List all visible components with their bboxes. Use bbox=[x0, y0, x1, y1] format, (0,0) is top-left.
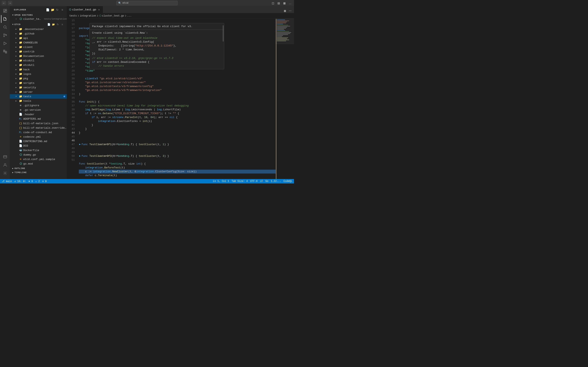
tree-etcdutl[interactable]: ▶ 📁 etcdutl bbox=[10, 63, 67, 67]
tree-etcd-conf[interactable]: ≡ etcd.conf.yml.sample bbox=[10, 157, 67, 161]
activity-files[interactable] bbox=[1, 15, 9, 23]
code-line-31: "go.etcd.io/etcd/tests/v3/framework/inte… bbox=[79, 88, 276, 92]
open-editors-section[interactable]: ▼ OPEN EDITORS bbox=[10, 13, 67, 17]
run-arrow-44[interactable]: ▶ bbox=[79, 142, 81, 146]
refresh-btn2[interactable]: ↻ bbox=[56, 22, 60, 26]
more-actions[interactable]: ⋯ bbox=[288, 8, 292, 13]
tree-logos[interactable]: ▶ 📁 logos bbox=[10, 72, 67, 76]
breadcrumb-file[interactable]: cluster_test.go bbox=[102, 15, 124, 17]
svg-point-7 bbox=[4, 36, 5, 37]
etcd-section[interactable]: ▼ ETCD 📄 📁 ↻ ≡ bbox=[10, 21, 67, 27]
tree-changelog[interactable]: ▶ 📁 CHANGELOG bbox=[10, 40, 67, 45]
more-button[interactable]: … bbox=[288, 1, 292, 5]
tree-api[interactable]: ▶ 📁 api bbox=[10, 36, 67, 40]
code-line-30: "go.etcd.io/etcd/tests/v3/framework/conf… bbox=[79, 84, 276, 88]
status-no-config[interactable]: ⊙ 0 bbox=[42, 180, 47, 183]
run-test-label-44[interactable]: run test | debug test bbox=[79, 139, 276, 142]
activity-explorer[interactable] bbox=[1, 7, 9, 15]
tree-tests[interactable]: ▼ 📁 tests bbox=[10, 94, 67, 99]
tree-github[interactable]: ▶ 📁 .github bbox=[10, 31, 67, 36]
folder-blue-icon: 📁 bbox=[19, 99, 22, 103]
forward-button[interactable]: → bbox=[8, 1, 12, 5]
tree-tools[interactable]: ▶ 📁 tools bbox=[10, 99, 67, 103]
status-codeql[interactable]: CodeQL bbox=[284, 180, 292, 183]
activity-extensions[interactable] bbox=[1, 48, 9, 55]
tree-scripts[interactable]: ▶ 📁 scripts bbox=[10, 81, 67, 85]
activity-remote[interactable] bbox=[1, 153, 9, 161]
go-icon: ⬡ bbox=[19, 153, 22, 157]
split-editor-button[interactable]: ▦ bbox=[282, 1, 287, 5]
split-editor-right[interactable]: ▦ bbox=[283, 8, 287, 13]
status-tab-size[interactable]: Tab Size: 4 bbox=[232, 180, 248, 183]
tree-go-version[interactable]: ■ .go-version bbox=[10, 108, 67, 112]
status-branch[interactable]: ⎇ main bbox=[2, 180, 12, 183]
tree-dockerfile[interactable]: 🐳 Dockerfile bbox=[10, 148, 67, 152]
tree-devcontainer[interactable]: ▶ 📁 .devcontainer bbox=[10, 27, 67, 31]
status-encoding[interactable]: UTF-8 bbox=[250, 180, 258, 183]
panel-toggle-button[interactable]: ◫ bbox=[271, 1, 275, 5]
tree-documentation[interactable]: ▶ 📁 Documentation bbox=[10, 54, 67, 58]
code-line-44: ▶ func TestClusterOf1(t *testing.T) { te… bbox=[79, 142, 276, 146]
tree-adopters[interactable]: M↓ ADOPTERS.md bbox=[10, 117, 67, 121]
status-position[interactable]: Ln 1, Col 1 bbox=[213, 180, 229, 183]
etcd-chevron: ▼ bbox=[12, 24, 14, 26]
tab-cluster-test[interactable]: ⬡ cluster_test.go ✕ bbox=[67, 6, 103, 13]
tree-security[interactable]: ▶ 📁 security bbox=[10, 85, 67, 90]
tree-codecov[interactable]: ≡ codecov.yml bbox=[10, 134, 67, 139]
tab-close-button[interactable]: ✕ bbox=[97, 8, 101, 11]
tree-coc[interactable]: M↓ code-of-conduct.md bbox=[10, 130, 67, 134]
tree-dummy-go[interactable]: ⬡ dummy.go bbox=[10, 152, 67, 157]
activity-run[interactable] bbox=[1, 40, 9, 47]
editor-layout-button[interactable]: ▤ bbox=[277, 1, 281, 5]
breadcrumb-more[interactable]: ... bbox=[127, 15, 132, 17]
open-editor-cluster-test[interactable]: ✕ ⬡ cluster_test.go tests/integration bbox=[10, 17, 67, 21]
new-folder-btn2[interactable]: 📁 bbox=[51, 22, 55, 26]
collapse-all-button[interactable]: ≡ bbox=[60, 8, 64, 12]
search-bar[interactable]: 🔍 etcd bbox=[116, 1, 178, 5]
new-file-button[interactable]: 📄 bbox=[45, 8, 50, 12]
tree-contrib[interactable]: ▶ 📁 contrib bbox=[10, 49, 67, 54]
activity-account[interactable] bbox=[1, 161, 9, 169]
tree-etcdctl[interactable]: ▶ 📁 etcdctl bbox=[10, 58, 67, 63]
svg-rect-41 bbox=[276, 19, 277, 179]
run-test-label-46[interactable]: run test | debug test bbox=[79, 150, 276, 154]
activity-git[interactable] bbox=[1, 31, 9, 39]
status-warnings[interactable]: ⚠ 2 bbox=[35, 180, 40, 183]
explorer-label: EXPLORER bbox=[14, 8, 26, 11]
refresh-button[interactable]: ↻ bbox=[55, 8, 60, 12]
collapse-btn2[interactable]: ≡ bbox=[60, 22, 64, 26]
folder-icon: 📁 bbox=[19, 68, 22, 71]
svg-rect-10 bbox=[3, 51, 5, 52]
tree-gitignore[interactable]: ■ .gitignore bbox=[10, 103, 67, 108]
activity-settings[interactable] bbox=[1, 169, 9, 177]
tree-header[interactable]: 📄 .header bbox=[10, 112, 67, 117]
tree-bom[interactable]: {} bill-of-materials.json bbox=[10, 121, 67, 125]
md-icon: M↓ bbox=[19, 117, 22, 121]
tree-client[interactable]: ▶ 📁 client bbox=[10, 45, 67, 49]
status-language[interactable]: Go bbox=[265, 180, 268, 183]
code-line-35: // open microsecond-level time log for i… bbox=[79, 104, 276, 108]
tree-server[interactable]: ▶ 📁 server bbox=[10, 90, 67, 94]
back-button[interactable]: ← bbox=[2, 1, 6, 5]
tree-bom-override[interactable]: {} bill-of-materials.override.json bbox=[10, 125, 67, 130]
status-errors[interactable]: ⊗ 0 bbox=[29, 180, 33, 183]
tree-contributing[interactable]: 📄 CONTRIBUTING.md bbox=[10, 139, 67, 143]
run-arrow-46[interactable]: ▶ bbox=[79, 154, 81, 158]
minimap[interactable] bbox=[276, 18, 294, 179]
activity-search[interactable] bbox=[1, 23, 9, 31]
status-sync[interactable]: ↺ 10↓ 0↑ bbox=[14, 180, 26, 183]
timeline-section[interactable]: ▶ TIMELINE bbox=[10, 170, 67, 174]
status-go-version[interactable]: 1.22... bbox=[271, 180, 281, 183]
tree-dco[interactable]: 📄 DCO bbox=[10, 143, 67, 148]
breadcrumb-integration[interactable]: integration bbox=[80, 15, 96, 17]
tree-go-mod[interactable]: ⬡ go.mod bbox=[10, 161, 67, 166]
svg-rect-0 bbox=[3, 9, 5, 11]
code-line-40: } bbox=[79, 123, 276, 127]
tree-pkg[interactable]: ▶ 📁 pkg bbox=[10, 76, 67, 81]
outline-section[interactable]: ▶ OUTLINE bbox=[10, 166, 67, 170]
breadcrumb-tests[interactable]: tests bbox=[69, 15, 77, 17]
new-folder-button[interactable]: 📁 bbox=[51, 8, 54, 12]
new-file-btn2[interactable]: 📄 bbox=[47, 22, 51, 26]
tree-hack[interactable]: ▶ 📁 hack bbox=[10, 67, 67, 72]
status-line-ending[interactable]: LF bbox=[260, 180, 263, 183]
